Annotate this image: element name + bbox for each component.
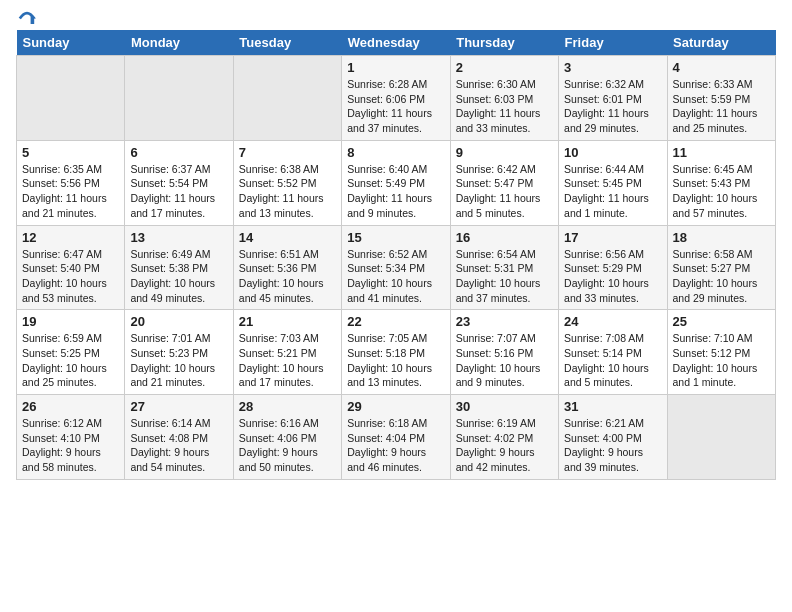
day-number: 13 xyxy=(130,230,227,245)
calendar-cell: 11Sunrise: 6:45 AM Sunset: 5:43 PM Dayli… xyxy=(667,140,775,225)
calendar-cell: 4Sunrise: 6:33 AM Sunset: 5:59 PM Daylig… xyxy=(667,56,775,141)
day-info: Sunrise: 6:33 AM Sunset: 5:59 PM Dayligh… xyxy=(673,77,770,136)
day-number: 30 xyxy=(456,399,553,414)
week-row-4: 19Sunrise: 6:59 AM Sunset: 5:25 PM Dayli… xyxy=(17,310,776,395)
calendar-cell xyxy=(125,56,233,141)
calendar-cell: 6Sunrise: 6:37 AM Sunset: 5:54 PM Daylig… xyxy=(125,140,233,225)
calendar-cell: 17Sunrise: 6:56 AM Sunset: 5:29 PM Dayli… xyxy=(559,225,667,310)
day-number: 27 xyxy=(130,399,227,414)
logo-icon xyxy=(18,6,36,24)
day-info: Sunrise: 6:18 AM Sunset: 4:04 PM Dayligh… xyxy=(347,416,444,475)
calendar-cell: 13Sunrise: 6:49 AM Sunset: 5:38 PM Dayli… xyxy=(125,225,233,310)
calendar-cell: 18Sunrise: 6:58 AM Sunset: 5:27 PM Dayli… xyxy=(667,225,775,310)
calendar-cell: 10Sunrise: 6:44 AM Sunset: 5:45 PM Dayli… xyxy=(559,140,667,225)
day-header-thursday: Thursday xyxy=(450,30,558,56)
calendar-cell xyxy=(17,56,125,141)
day-number: 17 xyxy=(564,230,661,245)
calendar-cell: 2Sunrise: 6:30 AM Sunset: 6:03 PM Daylig… xyxy=(450,56,558,141)
day-number: 1 xyxy=(347,60,444,75)
calendar-header-row: SundayMondayTuesdayWednesdayThursdayFrid… xyxy=(17,30,776,56)
day-header-monday: Monday xyxy=(125,30,233,56)
day-number: 26 xyxy=(22,399,119,414)
week-row-2: 5Sunrise: 6:35 AM Sunset: 5:56 PM Daylig… xyxy=(17,140,776,225)
day-number: 5 xyxy=(22,145,119,160)
day-number: 6 xyxy=(130,145,227,160)
calendar-cell: 31Sunrise: 6:21 AM Sunset: 4:00 PM Dayli… xyxy=(559,395,667,480)
day-info: Sunrise: 7:07 AM Sunset: 5:16 PM Dayligh… xyxy=(456,331,553,390)
day-number: 3 xyxy=(564,60,661,75)
calendar-cell: 28Sunrise: 6:16 AM Sunset: 4:06 PM Dayli… xyxy=(233,395,341,480)
day-header-tuesday: Tuesday xyxy=(233,30,341,56)
calendar-cell: 20Sunrise: 7:01 AM Sunset: 5:23 PM Dayli… xyxy=(125,310,233,395)
day-number: 9 xyxy=(456,145,553,160)
day-number: 23 xyxy=(456,314,553,329)
day-info: Sunrise: 6:49 AM Sunset: 5:38 PM Dayligh… xyxy=(130,247,227,306)
day-number: 4 xyxy=(673,60,770,75)
day-number: 18 xyxy=(673,230,770,245)
calendar-cell: 25Sunrise: 7:10 AM Sunset: 5:12 PM Dayli… xyxy=(667,310,775,395)
calendar-cell: 5Sunrise: 6:35 AM Sunset: 5:56 PM Daylig… xyxy=(17,140,125,225)
day-header-friday: Friday xyxy=(559,30,667,56)
day-info: Sunrise: 6:16 AM Sunset: 4:06 PM Dayligh… xyxy=(239,416,336,475)
day-info: Sunrise: 6:44 AM Sunset: 5:45 PM Dayligh… xyxy=(564,162,661,221)
page-container: SundayMondayTuesdayWednesdayThursdayFrid… xyxy=(0,0,792,490)
day-info: Sunrise: 7:08 AM Sunset: 5:14 PM Dayligh… xyxy=(564,331,661,390)
calendar-cell xyxy=(667,395,775,480)
day-info: Sunrise: 6:14 AM Sunset: 4:08 PM Dayligh… xyxy=(130,416,227,475)
calendar-cell: 16Sunrise: 6:54 AM Sunset: 5:31 PM Dayli… xyxy=(450,225,558,310)
day-number: 22 xyxy=(347,314,444,329)
day-info: Sunrise: 7:10 AM Sunset: 5:12 PM Dayligh… xyxy=(673,331,770,390)
calendar-cell: 7Sunrise: 6:38 AM Sunset: 5:52 PM Daylig… xyxy=(233,140,341,225)
calendar-cell: 30Sunrise: 6:19 AM Sunset: 4:02 PM Dayli… xyxy=(450,395,558,480)
day-info: Sunrise: 6:28 AM Sunset: 6:06 PM Dayligh… xyxy=(347,77,444,136)
calendar-body: 1Sunrise: 6:28 AM Sunset: 6:06 PM Daylig… xyxy=(17,56,776,480)
day-info: Sunrise: 6:58 AM Sunset: 5:27 PM Dayligh… xyxy=(673,247,770,306)
day-number: 11 xyxy=(673,145,770,160)
day-info: Sunrise: 6:51 AM Sunset: 5:36 PM Dayligh… xyxy=(239,247,336,306)
day-number: 12 xyxy=(22,230,119,245)
day-header-saturday: Saturday xyxy=(667,30,775,56)
calendar-cell: 21Sunrise: 7:03 AM Sunset: 5:21 PM Dayli… xyxy=(233,310,341,395)
day-number: 16 xyxy=(456,230,553,245)
calendar-cell: 3Sunrise: 6:32 AM Sunset: 6:01 PM Daylig… xyxy=(559,56,667,141)
day-info: Sunrise: 6:19 AM Sunset: 4:02 PM Dayligh… xyxy=(456,416,553,475)
day-number: 24 xyxy=(564,314,661,329)
day-info: Sunrise: 6:12 AM Sunset: 4:10 PM Dayligh… xyxy=(22,416,119,475)
day-number: 14 xyxy=(239,230,336,245)
calendar-cell: 29Sunrise: 6:18 AM Sunset: 4:04 PM Dayli… xyxy=(342,395,450,480)
day-number: 21 xyxy=(239,314,336,329)
calendar-cell: 9Sunrise: 6:42 AM Sunset: 5:47 PM Daylig… xyxy=(450,140,558,225)
day-info: Sunrise: 6:47 AM Sunset: 5:40 PM Dayligh… xyxy=(22,247,119,306)
calendar-cell: 19Sunrise: 6:59 AM Sunset: 5:25 PM Dayli… xyxy=(17,310,125,395)
svg-marker-0 xyxy=(31,13,36,24)
day-number: 15 xyxy=(347,230,444,245)
calendar-cell: 15Sunrise: 6:52 AM Sunset: 5:34 PM Dayli… xyxy=(342,225,450,310)
calendar-table: SundayMondayTuesdayWednesdayThursdayFrid… xyxy=(16,30,776,480)
day-info: Sunrise: 7:03 AM Sunset: 5:21 PM Dayligh… xyxy=(239,331,336,390)
day-info: Sunrise: 6:38 AM Sunset: 5:52 PM Dayligh… xyxy=(239,162,336,221)
day-info: Sunrise: 6:32 AM Sunset: 6:01 PM Dayligh… xyxy=(564,77,661,136)
logo xyxy=(16,14,36,24)
day-info: Sunrise: 6:37 AM Sunset: 5:54 PM Dayligh… xyxy=(130,162,227,221)
day-info: Sunrise: 6:40 AM Sunset: 5:49 PM Dayligh… xyxy=(347,162,444,221)
day-header-sunday: Sunday xyxy=(17,30,125,56)
day-number: 31 xyxy=(564,399,661,414)
day-info: Sunrise: 6:59 AM Sunset: 5:25 PM Dayligh… xyxy=(22,331,119,390)
calendar-cell xyxy=(233,56,341,141)
day-header-wednesday: Wednesday xyxy=(342,30,450,56)
page-header xyxy=(16,10,776,24)
week-row-3: 12Sunrise: 6:47 AM Sunset: 5:40 PM Dayli… xyxy=(17,225,776,310)
calendar-cell: 12Sunrise: 6:47 AM Sunset: 5:40 PM Dayli… xyxy=(17,225,125,310)
week-row-5: 26Sunrise: 6:12 AM Sunset: 4:10 PM Dayli… xyxy=(17,395,776,480)
week-row-1: 1Sunrise: 6:28 AM Sunset: 6:06 PM Daylig… xyxy=(17,56,776,141)
day-info: Sunrise: 7:01 AM Sunset: 5:23 PM Dayligh… xyxy=(130,331,227,390)
day-number: 8 xyxy=(347,145,444,160)
calendar-cell: 26Sunrise: 6:12 AM Sunset: 4:10 PM Dayli… xyxy=(17,395,125,480)
day-number: 2 xyxy=(456,60,553,75)
calendar-cell: 23Sunrise: 7:07 AM Sunset: 5:16 PM Dayli… xyxy=(450,310,558,395)
day-info: Sunrise: 6:56 AM Sunset: 5:29 PM Dayligh… xyxy=(564,247,661,306)
calendar-cell: 1Sunrise: 6:28 AM Sunset: 6:06 PM Daylig… xyxy=(342,56,450,141)
day-info: Sunrise: 6:45 AM Sunset: 5:43 PM Dayligh… xyxy=(673,162,770,221)
day-info: Sunrise: 6:42 AM Sunset: 5:47 PM Dayligh… xyxy=(456,162,553,221)
day-info: Sunrise: 6:30 AM Sunset: 6:03 PM Dayligh… xyxy=(456,77,553,136)
